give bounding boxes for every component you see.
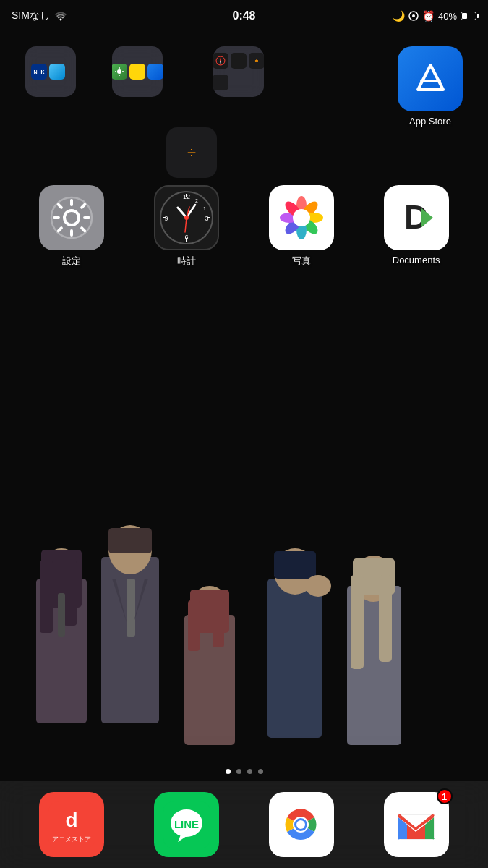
settings-app[interactable]: 設定 <box>28 185 115 268</box>
svg-point-1 <box>412 14 415 17</box>
notes-mini <box>129 64 145 80</box>
svg-point-55 <box>305 575 331 597</box>
alarm-icon: ⏰ <box>422 10 435 22</box>
svg-text:アニメストア: アニメストア <box>52 835 91 843</box>
contacts-mini <box>147 64 163 80</box>
svg-point-72 <box>296 820 305 829</box>
folder-nhk-weather[interactable]: NHK <box>22 46 80 127</box>
clock-icon: 12 3 6 9 2 1 <box>154 185 219 250</box>
character-4 <box>267 548 331 738</box>
svg-point-2 <box>117 69 121 74</box>
compass-mini <box>213 53 228 69</box>
clock-label: 時計 <box>177 255 196 268</box>
photos-app[interactable]: 写真 <box>258 185 345 268</box>
character-5 <box>347 556 401 745</box>
calc2-mini <box>213 75 228 90</box>
svg-text:2: 2 <box>195 198 198 203</box>
chrome-app[interactable] <box>269 792 334 857</box>
settings-icon <box>39 185 104 250</box>
svg-rect-50 <box>188 600 200 651</box>
appstore-app[interactable]: App Store <box>394 46 466 127</box>
calculator-standalone[interactable]: ÷ <box>166 127 217 178</box>
gmail-badge: 1 <box>437 788 453 804</box>
wifi-icon <box>54 11 67 21</box>
measure-mini <box>231 53 247 69</box>
line-app[interactable]: LINE <box>154 792 219 857</box>
weather-mini <box>49 64 65 80</box>
moon-icon: 🌙 <box>393 10 405 22</box>
battery-fill <box>462 13 467 19</box>
calculator-mini: ± <box>249 53 264 69</box>
svg-rect-43 <box>108 528 152 553</box>
photos-label: 写真 <box>292 255 311 268</box>
folder-tools[interactable]: ± <box>210 46 267 127</box>
calc-standalone-icon: ÷ <box>166 127 217 178</box>
danime-icon: d アニメストア <box>39 792 104 857</box>
svg-text:d: d <box>65 809 77 831</box>
dock: d アニメストア LINE <box>0 781 488 868</box>
appstore-icon <box>398 46 463 111</box>
clock-app[interactable]: 12 3 6 9 2 1 <box>143 185 230 268</box>
page-dot-4 <box>258 769 263 774</box>
folder2-icon <box>112 46 163 97</box>
chrome-icon <box>269 792 334 857</box>
svg-rect-39 <box>64 561 77 626</box>
svg-rect-38 <box>40 561 53 633</box>
character-2 <box>101 525 159 723</box>
documents-icon: D <box>384 185 449 250</box>
svg-point-4 <box>64 210 79 225</box>
svg-rect-40 <box>58 593 65 637</box>
battery-percent: 40% <box>438 11 457 22</box>
wallpaper <box>0 420 488 781</box>
photos-icon <box>269 185 334 250</box>
appstore-label: App Store <box>409 116 451 127</box>
main-app-row: 設定 12 3 6 9 2 1 <box>14 185 474 268</box>
svg-rect-51 <box>213 600 224 647</box>
svg-rect-59 <box>351 575 364 669</box>
status-left: SIMなし <box>12 9 67 22</box>
status-bar: SIMなし 0:48 🌙 ⏰ 40% <box>0 0 488 32</box>
carrier-text: SIMなし <box>12 9 50 22</box>
svg-rect-44 <box>127 579 135 637</box>
documents-label: Documents <box>393 255 440 265</box>
page-dot-1 <box>226 769 231 774</box>
svg-rect-60 <box>379 575 392 662</box>
page-dot-2 <box>236 769 241 774</box>
battery-icon <box>461 12 476 20</box>
svg-rect-52 <box>267 579 322 738</box>
svg-text:LINE: LINE <box>174 818 199 830</box>
folder-tools-icon: ± <box>213 46 264 97</box>
character-3 <box>184 586 235 745</box>
nhk-mini: NHK <box>31 64 47 80</box>
folder-findmy-notes[interactable] <box>108 46 166 127</box>
screen-time-icon <box>408 11 419 21</box>
svg-text:1: 1 <box>203 206 206 211</box>
line-icon: LINE <box>154 792 219 857</box>
page-dot-3 <box>247 769 252 774</box>
character-1 <box>36 548 87 723</box>
findmy-mini <box>112 64 127 80</box>
gmail-app[interactable]: 1 <box>384 792 449 857</box>
top-app-row: NHK ± <box>14 46 474 127</box>
status-right: 🌙 ⏰ 40% <box>393 10 476 22</box>
documents-app[interactable]: D Documents <box>373 185 460 268</box>
danime-app[interactable]: d アニメストア <box>39 792 104 857</box>
svg-rect-54 <box>274 551 316 579</box>
status-time: 0:48 <box>232 9 255 22</box>
svg-point-31 <box>293 209 310 226</box>
svg-point-21 <box>184 216 189 220</box>
folder-nhk-weather-icon: NHK <box>25 46 76 97</box>
settings-label: 設定 <box>62 255 81 268</box>
page-dots <box>226 769 263 774</box>
